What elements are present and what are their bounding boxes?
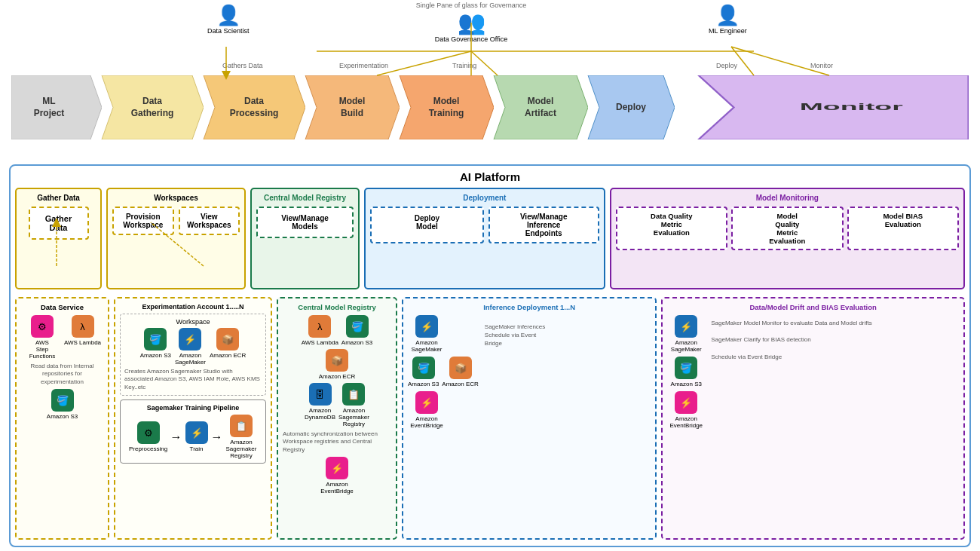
svc-s3-data-label: Amazon S3 bbox=[47, 413, 78, 420]
box-gather-data: Gather Data GatherData bbox=[15, 188, 102, 289]
svg-text:ML: ML bbox=[42, 96, 55, 106]
data-scientist-label: Data Scientist bbox=[207, 27, 250, 35]
infer-note: SageMaker InferencesSchedule via EventBr… bbox=[485, 315, 546, 429]
svc-sm-registry: 📋 AmazonSagemakerRegistry bbox=[226, 415, 257, 459]
training-pipeline-box: Sagemaker Training Pipeline ⚙ Preprocess… bbox=[120, 399, 266, 464]
svc-eventbridge-reg: ⚡ Amazon EventBridge bbox=[318, 457, 356, 494]
box-model-monitoring: Model Monitoring Data QualityMetricEvalu… bbox=[610, 188, 965, 289]
ai-platform-title: AI Platform bbox=[15, 170, 965, 183]
svg-text:Build: Build bbox=[341, 108, 363, 118]
svc-lambda-reg: λ AWS Lambda bbox=[302, 315, 338, 346]
box-central-registry: Central Model Registry View/ManageModels bbox=[250, 188, 360, 289]
sagemaker-exp-icon: ⚡ bbox=[179, 328, 201, 350]
section-data-service: Data Service ⚙ AWSStep Functions λ AWS L… bbox=[15, 297, 109, 540]
stage-model-build: Model Build bbox=[294, 75, 400, 139]
stage-deploy: Deploy bbox=[577, 75, 675, 139]
svg-text:Deploy: Deploy bbox=[616, 102, 646, 112]
svc-ecr-infer: 📦 Amazon ECR bbox=[442, 357, 478, 387]
item-provision-workspace: ProvisionWorkspace bbox=[112, 207, 174, 235]
ecr-infer-icon: 📦 bbox=[449, 357, 472, 379]
conn-deploy: Deploy bbox=[716, 62, 737, 69]
ml-engineer-icon: 👤 bbox=[709, 4, 747, 27]
s3-infer-icon: 🪣 bbox=[412, 357, 435, 379]
box-monitoring-title: Model Monitoring bbox=[616, 194, 959, 202]
box-deployment: Deployment DeployModel View/ManageInfere… bbox=[364, 188, 605, 289]
svc-ecr-reg: 📦 Amazon ECR bbox=[319, 349, 355, 380]
persona-ml-engineer: 👤 ML Engineer bbox=[709, 4, 747, 35]
s3-data-icon: 🪣 bbox=[51, 389, 74, 412]
workspace-label: Workspace bbox=[124, 318, 262, 326]
item-view-manage-inference: View/ManageInferenceEndpoints bbox=[488, 207, 599, 243]
item-data-quality: Data QualityMetricEvaluation bbox=[616, 207, 727, 250]
lower-sections-row: Data Service ⚙ AWSStep Functions λ AWS L… bbox=[15, 297, 965, 540]
svc-ecr-exp: 📦 Amazon ECR bbox=[210, 328, 246, 366]
section-data-service-title: Data Service bbox=[21, 303, 103, 311]
ml-engineer-label: ML Engineer bbox=[709, 27, 747, 35]
svc-lambda-data: λ AWS Lambda bbox=[64, 315, 101, 360]
creg-note: Automatic synchronization between Worksp… bbox=[283, 430, 391, 454]
section-creg-title: Central Model Registry bbox=[283, 303, 391, 311]
stage-model-training: Model Training bbox=[388, 75, 494, 139]
item-gather-data: GatherData bbox=[29, 207, 89, 240]
governance-subtitle: Single Pane of glass for Governance bbox=[407, 2, 535, 9]
stage-model-artifact: Model Artifact bbox=[482, 75, 588, 139]
persona-data-governance: Single Pane of glass for Governance 👥 Da… bbox=[407, 2, 535, 43]
svg-text:Project: Project bbox=[34, 108, 65, 118]
section-drift-bias: Data/Model Drift and BIAS Evaluation ⚡ A… bbox=[661, 297, 965, 540]
section-drift-title: Data/Model Drift and BIAS Evaluation bbox=[667, 303, 959, 311]
section-inference-title: Inference Deployment 1...N bbox=[408, 303, 651, 311]
svc-eb-drift: ⚡ Amazon EventBridge bbox=[667, 391, 705, 429]
data-scientist-icon: 👤 bbox=[207, 4, 250, 27]
sagemaker-infer-icon: ⚡ bbox=[415, 315, 438, 338]
svc-step-functions: ⚙ AWSStep Functions bbox=[23, 315, 61, 360]
svg-text:Processing: Processing bbox=[230, 108, 279, 118]
eb-drift-icon: ⚡ bbox=[675, 391, 697, 414]
svc-lambda-data-label: AWS Lambda bbox=[64, 339, 101, 346]
svg-text:Model: Model bbox=[339, 96, 366, 106]
governance-icon: 👥 bbox=[407, 9, 535, 35]
svg-text:Model: Model bbox=[433, 96, 460, 106]
svc-eb-infer: ⚡ Amazon EventBridge bbox=[408, 391, 446, 429]
svc-sagemaker-infer: ⚡ AmazonSageMaker bbox=[408, 315, 446, 353]
svg-text:Training: Training bbox=[429, 108, 464, 118]
conn-training: Training bbox=[452, 62, 476, 69]
svg-text:Model: Model bbox=[528, 96, 554, 106]
governance-label: Data Governance Office bbox=[407, 35, 535, 43]
box-workspace-title: Workspaces bbox=[112, 194, 240, 202]
svc-s3-infer: 🪣 Amazon S3 bbox=[408, 357, 439, 387]
svg-text:Data: Data bbox=[244, 96, 264, 106]
item-model-quality: ModelQualityMetricEvaluation bbox=[731, 207, 843, 250]
svg-text:Artifact: Artifact bbox=[525, 108, 556, 118]
section-exp-title: Experimentation Account 1.....N bbox=[120, 303, 266, 311]
item-view-workspaces: ViewWorkspaces bbox=[179, 207, 240, 235]
train-icon: ⚡ bbox=[185, 421, 208, 444]
svc-sagemaker-exp: ⚡ AmazonSageMaker bbox=[175, 328, 206, 366]
step-functions-icon: ⚙ bbox=[31, 315, 54, 338]
section-experimentation: Experimentation Account 1.....N Workspac… bbox=[114, 297, 272, 540]
box-gather-title: Gather Data bbox=[21, 194, 96, 202]
svc-preprocessing: ⚙ Preprocessing bbox=[130, 421, 167, 452]
section-inference: Inference Deployment 1...N ⚡ AmazonSageM… bbox=[402, 297, 657, 540]
lambda-reg-icon: λ bbox=[308, 315, 331, 338]
persona-data-scientist: 👤 Data Scientist bbox=[207, 4, 250, 35]
stage-ml-project: ML Project bbox=[11, 75, 102, 139]
item-view-manage-models: View/ManageModels bbox=[256, 207, 354, 238]
ecr-reg-icon: 📦 bbox=[326, 349, 348, 372]
s3-reg-icon: 🪣 bbox=[346, 315, 369, 338]
section-central-registry: Central Model Registry λ AWS Lambda 🪣 Am… bbox=[277, 297, 397, 540]
svc-s3-exp: 🪣 Amazon S3 bbox=[140, 328, 171, 366]
ecr-exp-icon: 📦 bbox=[216, 328, 239, 350]
s3-exp-icon: 🪣 bbox=[144, 328, 167, 350]
box-registry-title: Central Model Registry bbox=[256, 194, 354, 202]
pipeline-row: ML Project Data Gathering Data Processin… bbox=[11, 75, 969, 139]
svc-s3-drift: 🪣 Amazon S3 bbox=[667, 357, 705, 387]
s3-drift-icon: 🪣 bbox=[675, 357, 697, 379]
workspace-inner-box: Workspace 🪣 Amazon S3 ⚡ AmazonSageMaker … bbox=[120, 314, 266, 396]
svc-smreg-reg: 📋 AmazonSagemakerRegistry bbox=[338, 383, 369, 427]
pipeline-title: Sagemaker Training Pipeline bbox=[124, 404, 262, 412]
stage-monitor: Monitor bbox=[663, 75, 969, 139]
svc-s3-data: 🪣 Amazon S3 bbox=[44, 389, 81, 420]
ai-platform-container: AI Platform Gather Data GatherData Works… bbox=[9, 164, 971, 547]
item-model-bias: Model BIASEvaluation bbox=[847, 207, 959, 250]
svc-step-functions-label: AWSStep Functions bbox=[23, 339, 61, 360]
